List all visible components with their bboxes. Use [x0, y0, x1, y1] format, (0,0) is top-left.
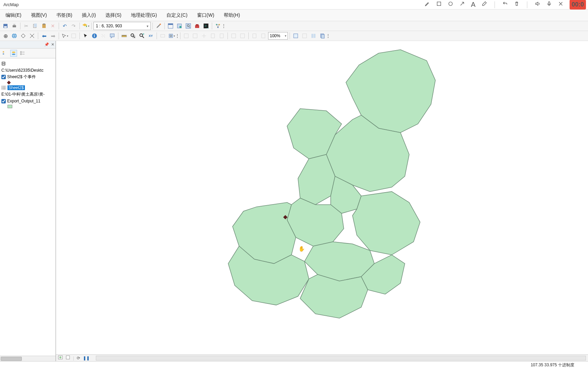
layout-back-icon: [230, 32, 238, 40]
select-features-icon[interactable]: [61, 32, 69, 40]
toc-table-sheet2[interactable]: Sheet2$: [1, 85, 55, 91]
python-window-icon[interactable]: >_: [202, 22, 210, 30]
toc-source-path-1[interactable]: C:\Users\62335\Desktc: [1, 67, 55, 73]
pencil-icon[interactable]: [425, 1, 430, 8]
svg-rect-47: [303, 34, 307, 38]
menu-bookmarks[interactable]: 书签(B): [52, 10, 77, 20]
measure-icon[interactable]: [120, 32, 128, 40]
menu-selection[interactable]: 选择(S): [101, 10, 126, 20]
menu-customize[interactable]: 自定义(C): [162, 10, 192, 20]
svg-point-55: [12, 54, 15, 55]
list-by-drawing-icon[interactable]: [1, 50, 8, 57]
svg-rect-41: [220, 34, 223, 38]
circle-icon[interactable]: [448, 1, 453, 8]
toc-layer-sheet2-events[interactable]: Sheet2$ 个事件: [1, 73, 55, 81]
paste-icon[interactable]: [40, 22, 48, 30]
zoom-in-icon[interactable]: ⊕: [1, 32, 10, 40]
table-of-contents-icon[interactable]: [166, 22, 175, 30]
globe-icon[interactable]: [10, 32, 18, 40]
find-icon[interactable]: [129, 32, 137, 40]
map-horizontal-scrollbar[interactable]: [96, 356, 586, 360]
toolbar-handle[interactable]: ⋮: [223, 22, 225, 30]
list-by-source-icon[interactable]: [10, 50, 17, 57]
toc-symbol-polygon[interactable]: [1, 104, 55, 109]
map-display[interactable]: ✋ | ⟳ ❚❚: [56, 41, 588, 361]
html-popup-icon[interactable]: [108, 32, 116, 40]
menu-window[interactable]: 窗口(W): [192, 10, 219, 20]
toc-symbol-point[interactable]: [1, 81, 55, 85]
identify-icon[interactable]: i: [90, 32, 99, 40]
separator: [157, 32, 157, 39]
go-to-xy-icon[interactable]: XY: [147, 32, 155, 40]
layout-zoom-combo[interactable]: 100%: [268, 32, 288, 40]
arrow-icon[interactable]: [459, 1, 465, 8]
focus-data-frame-icon: [300, 32, 309, 40]
record-badge[interactable]: 00:0: [570, 0, 586, 10]
menu-geoprocessing[interactable]: 地理处理(G): [126, 10, 162, 20]
polygon-layer[interactable]: [228, 50, 435, 318]
copy-icon[interactable]: [31, 22, 39, 30]
mic-icon[interactable]: [546, 1, 552, 8]
toolbar-handle[interactable]: ⋮: [176, 32, 178, 40]
layer-checkbox[interactable]: [1, 75, 6, 79]
layer-checkbox[interactable]: [1, 99, 6, 103]
fixed-zoom-out-icon[interactable]: [28, 32, 36, 40]
svg-point-11: [160, 24, 161, 25]
speaker-icon[interactable]: [535, 1, 540, 8]
search-window-icon[interactable]: [184, 22, 192, 30]
cut-icon: ✂: [22, 22, 30, 30]
svg-rect-2: [548, 2, 550, 4]
map-canvas[interactable]: ✋: [56, 41, 588, 351]
create-viewer-icon[interactable]: [167, 32, 176, 40]
menu-edit[interactable]: 编辑(E): [1, 10, 26, 20]
toc-dataframe-icon[interactable]: ⊟: [1, 60, 55, 67]
arctoolbox-icon[interactable]: [193, 22, 201, 30]
svg-rect-42: [232, 34, 236, 38]
print-icon[interactable]: [10, 22, 18, 30]
clear-selection-icon: [70, 32, 78, 40]
editor-toolbar-icon[interactable]: [155, 22, 163, 30]
refresh-view-icon[interactable]: ⟳: [77, 356, 80, 360]
eraser-icon[interactable]: [482, 1, 487, 8]
undo-icon[interactable]: ↶: [61, 22, 69, 30]
toc-header: 📌 ✕: [0, 41, 56, 48]
menu-help[interactable]: 帮助(H): [219, 10, 245, 20]
trash-icon[interactable]: [514, 1, 519, 8]
separator: [212, 23, 212, 29]
catalog-icon[interactable]: [175, 22, 183, 30]
layout-view-tab-icon[interactable]: [65, 355, 70, 360]
toc-tree[interactable]: ⊟ C:\Users\62335\Desktc Sheet2$ 个事件 Shee…: [0, 58, 56, 356]
close-panel-icon[interactable]: ✕: [51, 42, 54, 47]
pause-drawing-icon[interactable]: ❚❚: [83, 356, 90, 360]
fixed-zoom-in-icon[interactable]: [19, 32, 27, 40]
svg-rect-57: [22, 52, 25, 52]
list-by-visibility-icon[interactable]: [19, 50, 26, 57]
select-elements-icon[interactable]: [82, 32, 90, 40]
layout-pan-icon: [200, 32, 208, 40]
save-icon[interactable]: [1, 22, 10, 30]
change-layout-icon[interactable]: [309, 32, 318, 40]
data-view-tab-icon[interactable]: [58, 355, 63, 360]
pin-icon[interactable]: 📌: [44, 42, 49, 47]
find-route-icon[interactable]: +: [138, 32, 146, 40]
toc-source-path-2[interactable]: E:\01-中科\黄土高原\黄-: [1, 91, 55, 98]
back-icon[interactable]: ⬅: [40, 32, 48, 40]
menu-view[interactable]: 视图(V): [26, 10, 52, 20]
scale-combo[interactable]: 1 : 6, 320, 903: [93, 22, 151, 30]
square-icon[interactable]: [436, 1, 442, 8]
toggle-draft-icon[interactable]: [292, 32, 300, 40]
toc-horizontal-scrollbar[interactable]: [0, 356, 56, 361]
svg-rect-48: [311, 34, 313, 38]
toolbar-handle[interactable]: ⋮: [327, 32, 329, 40]
model-builder-icon[interactable]: [214, 22, 222, 30]
toc-layer-export-output[interactable]: Export_Output_11: [1, 98, 55, 104]
undo-icon[interactable]: [502, 1, 508, 8]
separator: [38, 32, 38, 39]
data-driven-pages-icon[interactable]: [318, 32, 326, 40]
close-icon[interactable]: [558, 1, 563, 8]
svg-rect-39: [193, 34, 197, 38]
menu-insert[interactable]: 插入(I): [77, 10, 101, 20]
svg-rect-60: [1, 86, 6, 90]
text-icon[interactable]: A: [471, 1, 475, 9]
add-data-icon[interactable]: [82, 22, 90, 30]
